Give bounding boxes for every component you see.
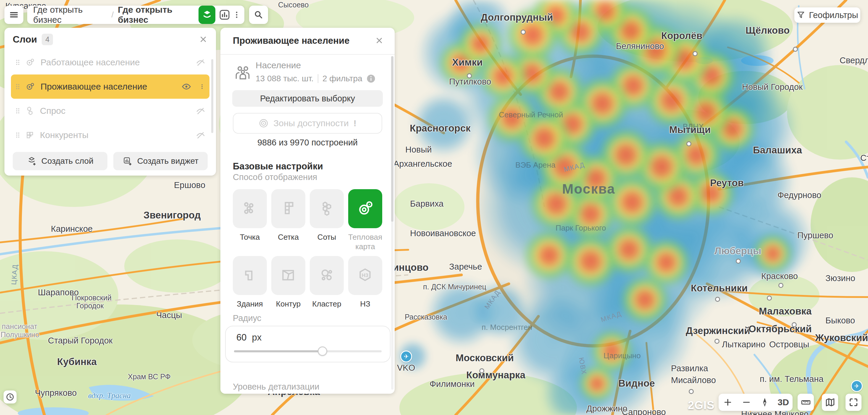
search-button[interactable] xyxy=(249,6,268,24)
widgets-button[interactable] xyxy=(218,8,231,22)
map-label: Рассказовка xyxy=(405,313,447,321)
layer-row-working-population[interactable]: Работающее население xyxy=(11,50,210,74)
settings-close-button[interactable] xyxy=(374,35,384,45)
slider-knob[interactable] xyxy=(318,346,327,356)
create-layer-button[interactable]: Создать слой xyxy=(13,152,107,170)
radius-label: Радиус xyxy=(233,313,261,323)
geofilters-button[interactable]: Геофильтры xyxy=(794,7,860,23)
drag-handle-icon[interactable] xyxy=(15,131,21,139)
settlement-dot-marker xyxy=(767,296,772,301)
map-label: Храм ВС РФ xyxy=(128,373,171,381)
kebab-icon xyxy=(232,10,241,20)
drag-handle-icon[interactable] xyxy=(15,59,21,66)
compass-pin-icon[interactable] xyxy=(757,395,772,410)
map-label: Московский xyxy=(456,352,514,364)
breadcrumb-project[interactable]: Где открыть бизнес xyxy=(33,5,107,25)
radius-value[interactable]: 60 xyxy=(237,332,246,343)
visibility-toggle[interactable] xyxy=(196,131,205,139)
mode-tile-hex[interactable] xyxy=(310,189,344,228)
history-button[interactable] xyxy=(4,390,17,404)
mode-label: Здания xyxy=(230,299,269,309)
project-toolbar: Где открыть бизнес / Где открыть бизнес xyxy=(27,6,244,24)
radius-value-group: 60px xyxy=(237,332,261,343)
mode-tile-cluster[interactable] xyxy=(310,256,344,295)
mode-label: Тепловая карта xyxy=(346,232,384,251)
mode-label: Кластер xyxy=(307,299,346,309)
drag-handle-icon[interactable] xyxy=(15,107,21,115)
map-label: Жуковский xyxy=(815,332,868,343)
visibility-toggle[interactable] xyxy=(196,59,205,66)
mode-tile-buildings[interactable] xyxy=(233,256,267,295)
map-label: Парк Горького xyxy=(556,223,606,233)
map-label: Долгопрудный xyxy=(481,12,553,23)
visibility-toggle[interactable] xyxy=(196,107,205,115)
layer-settings-panel: Проживающее население Население 13 088 т… xyxy=(220,28,395,394)
ruler-button[interactable] xyxy=(798,394,814,411)
zones-label: Зоны доступности xyxy=(273,118,349,128)
mode-3d-button[interactable]: 3D xyxy=(776,395,791,410)
map-label: Городок xyxy=(76,302,103,310)
fullscreen-button[interactable] xyxy=(845,394,862,411)
zoom-out-button[interactable] xyxy=(739,395,754,410)
create-widget-button[interactable]: Создать виджет xyxy=(113,152,208,170)
mode-tile-contour[interactable] xyxy=(271,256,305,295)
map-label: Красково xyxy=(761,271,798,281)
layers-toggle-button[interactable] xyxy=(198,6,215,24)
mode-tile-grid[interactable] xyxy=(271,189,305,228)
map-label: Островцы xyxy=(769,340,809,349)
layer-menu-button[interactable] xyxy=(199,82,205,91)
eye-off-icon xyxy=(196,59,205,66)
layer-label: Спрос xyxy=(40,106,65,116)
map-label: Барвиха xyxy=(410,199,443,209)
map-label: Полушкино xyxy=(1,331,39,339)
menu-button[interactable] xyxy=(4,6,23,24)
more-menu-button[interactable] xyxy=(232,8,241,22)
layers-panel-close-button[interactable] xyxy=(198,34,208,44)
visibility-toggle[interactable] xyxy=(182,83,191,90)
settlement-dot-marker xyxy=(521,30,526,35)
zoom-in-button[interactable] xyxy=(720,395,735,410)
mode-tile-nz[interactable]: НЗ xyxy=(348,256,382,295)
mode-tile-dots[interactable] xyxy=(233,189,267,228)
eye-icon xyxy=(182,83,191,90)
map-layers-button[interactable] xyxy=(822,394,838,411)
mode-label: Сетка xyxy=(269,232,308,242)
map-label: Свердловский xyxy=(840,56,868,65)
settlement-dot-marker xyxy=(692,51,698,56)
layer-row-competitors[interactable]: Конкуренты xyxy=(11,123,210,147)
airport-marker-icon[interactable]: ✈ xyxy=(400,351,412,362)
map-label: МКАД xyxy=(483,288,502,311)
radius-control: 60px xyxy=(225,326,391,362)
warning-mark: ! xyxy=(353,118,356,128)
map-label: Старая Купавна xyxy=(860,153,868,163)
info-icon[interactable] xyxy=(367,74,375,83)
layer-row-residing-population[interactable]: Проживающее население xyxy=(11,74,210,99)
mode-label: НЗ xyxy=(346,299,384,309)
airport-marker-icon[interactable]: ✈ xyxy=(851,380,863,392)
layer-label: Работающее население xyxy=(40,57,140,67)
map-zoom-bar: 3D xyxy=(719,394,793,411)
layer-label: Проживающее население xyxy=(40,81,147,92)
map-attribution-logo[interactable]: 2GIS xyxy=(688,399,715,412)
map-label: ЦКАД xyxy=(10,264,19,285)
edit-selection-button[interactable]: Редактировать выборку xyxy=(232,90,383,107)
map-label: Новый Городок xyxy=(742,82,803,92)
map-label: ВЭБ Арена xyxy=(515,161,555,170)
layer-row-demand[interactable]: Спрос xyxy=(11,99,210,123)
map-label: п. ДСК Мичуринец xyxy=(423,283,486,291)
layers-icon xyxy=(202,9,212,20)
breadcrumb-page[interactable]: Где открыть бизнес xyxy=(118,5,198,25)
mode-label: Соты xyxy=(307,232,346,242)
settlement-dot-marker xyxy=(689,389,694,394)
drag-handle-icon[interactable] xyxy=(15,83,21,91)
map-label: Новый xyxy=(405,145,432,154)
layers-panel-scrollbar[interactable] xyxy=(211,59,213,133)
mode-tile-heatmap[interactable] xyxy=(348,189,382,228)
settings-scrollbar-thumb[interactable] xyxy=(391,56,394,222)
radius-slider[interactable] xyxy=(234,350,382,352)
grid-layer-icon xyxy=(26,131,34,139)
map-label: Старый Городок xyxy=(48,336,113,346)
meta-divider xyxy=(318,74,318,83)
slider-fill xyxy=(234,350,322,352)
accessibility-zones-button[interactable]: Зоны доступности ! xyxy=(233,113,382,134)
